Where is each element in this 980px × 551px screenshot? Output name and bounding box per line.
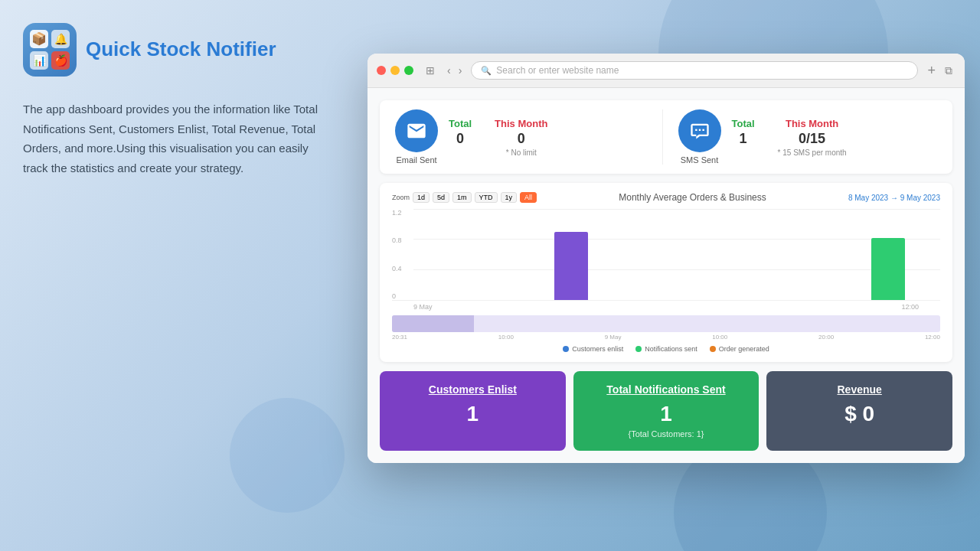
new-tab-button[interactable]: +	[924, 62, 939, 79]
email-sent-label: Email Sent	[396, 155, 436, 165]
mini-x-labels: 20:31 10:00 9 May 10:00 20:00 12:00	[392, 332, 940, 342]
customers-enlist-title: Customers Enlist	[392, 383, 554, 396]
bar-green-14	[871, 238, 905, 300]
x-label-may9: 9 May	[413, 303, 433, 311]
back-button[interactable]: ‹	[444, 64, 454, 77]
forward-button[interactable]: ›	[456, 64, 466, 77]
zoom-5d[interactable]: 5d	[433, 192, 449, 203]
sms-total-group: Total 1	[732, 118, 755, 157]
total-notifications-card: Total Notifications Sent 1 {Total Custom…	[573, 371, 760, 451]
stats-row: Email Sent Total 0 This Month 0 * No lim…	[380, 100, 952, 174]
chart-area: 1.2 0.8 0.4 0	[392, 209, 940, 301]
email-month-group: This Month 0 * No limit	[495, 118, 547, 157]
bar-purple-5	[554, 232, 588, 300]
sms-sent-label: SMS Sent	[681, 155, 719, 165]
svg-text:📦: 📦	[31, 31, 47, 46]
svg-rect-8	[695, 129, 697, 131]
bar-group-9	[695, 209, 729, 300]
email-total-label: Total	[449, 118, 472, 129]
sms-total-label: Total	[732, 118, 755, 129]
chart-title: Monthly Average Orders & Business	[537, 192, 848, 203]
mini-chart[interactable]	[392, 315, 940, 332]
chart-x-labels: 9 May 12:00	[392, 301, 940, 311]
bottom-cards: Customers Enlist 1 Total Notifications S…	[380, 371, 952, 451]
bar-group-2	[449, 209, 482, 300]
svg-text:📊: 📊	[33, 54, 47, 67]
bar-group-4	[519, 209, 553, 300]
address-bar[interactable]: 🔍 Search or enter website name	[471, 61, 918, 80]
chart-section: Zoom 1d 5d 1m YTD 1y All Monthly Average…	[380, 183, 952, 362]
email-month-label: This Month	[495, 118, 547, 129]
total-notifications-value: 1	[586, 402, 747, 426]
zoom-1d[interactable]: 1d	[413, 192, 430, 203]
bar-group-15	[906, 209, 940, 300]
bar-group-8	[660, 209, 694, 300]
chart-date-range: 8 May 2023 → 9 May 2023	[848, 194, 940, 202]
legend-orders: Order generated	[710, 345, 769, 353]
bar-group-13	[836, 209, 870, 300]
legend-orders-label: Order generated	[719, 345, 769, 353]
email-stat-numbers: Total 0 This Month 0 * No limit	[449, 118, 547, 157]
app-description: The app dashboard provides you the infor…	[23, 99, 329, 178]
chart-header: Zoom 1d 5d 1m YTD 1y All Monthly Average…	[392, 192, 940, 203]
email-month-value: 0	[518, 131, 525, 147]
svg-text:🍎: 🍎	[54, 54, 68, 67]
zoom-controls: Zoom 1d 5d 1m YTD 1y All	[392, 192, 537, 203]
maximize-button[interactable]	[404, 66, 413, 75]
revenue-title: Revenue	[779, 383, 940, 396]
bar-group-10	[730, 209, 764, 300]
chart-y-labels: 1.2 0.8 0.4 0	[392, 209, 413, 300]
sms-stat-card: SMS Sent Total 1 This Month 0/15 * 15 SM…	[662, 109, 938, 165]
bar-group-12	[801, 209, 835, 300]
legend-notifications-label: Notifications sent	[645, 345, 697, 353]
browser-actions: + ⧉	[924, 62, 956, 79]
address-placeholder: Search or enter website name	[496, 65, 619, 76]
svg-rect-10	[702, 129, 704, 131]
email-total-value: 0	[456, 131, 464, 147]
search-icon: 🔍	[481, 66, 492, 76]
app-header: 📦 🔔 📊 🍎 Quick Stock Notifier	[23, 23, 329, 77]
zoom-1m[interactable]: 1m	[452, 192, 472, 203]
left-panel: 📦 🔔 📊 🍎 Quick Stock Notifier The app das…	[23, 23, 329, 178]
sms-icon-circle	[678, 109, 721, 152]
legend-customers: Customers enlist	[563, 345, 623, 353]
bar-group-3	[484, 209, 518, 300]
x-label-1200: 12:00	[901, 303, 919, 311]
sidebar-toggle-button[interactable]: ⊞	[423, 64, 438, 77]
sms-note: * 15 SMS per month	[778, 148, 847, 157]
minimize-button[interactable]	[390, 66, 400, 75]
browser-chrome: ⊞ ‹ › 🔍 Search or enter website name + ⧉	[368, 54, 965, 88]
browser-nav: ‹ ›	[444, 64, 465, 77]
traffic-lights	[377, 66, 413, 75]
zoom-label: Zoom	[392, 194, 410, 201]
svg-text:🔔: 🔔	[54, 33, 68, 46]
revenue-card: Revenue $ 0	[766, 371, 952, 451]
app-title: Quick Stock Notifier	[86, 37, 276, 61]
bar-group-1	[413, 209, 447, 300]
bar-group-6	[590, 209, 623, 300]
sms-total-value: 1	[740, 131, 747, 147]
legend-dot-orange	[710, 346, 716, 352]
sms-month-label: This Month	[786, 118, 838, 129]
chart-legend: Customers enlist Notifications sent Orde…	[392, 345, 940, 353]
sms-icon-wrap: SMS Sent	[678, 109, 721, 165]
close-button[interactable]	[377, 66, 386, 75]
total-notifications-subtitle: {Total Customers: 1}	[586, 429, 747, 439]
total-notifications-title: Total Notifications Sent	[586, 383, 747, 396]
customers-enlist-card: Customers Enlist 1	[380, 371, 566, 451]
sms-month-group: This Month 0/15 * 15 SMS per month	[778, 118, 847, 157]
mini-chart-fill	[392, 315, 474, 332]
email-total-group: Total 0	[449, 118, 472, 157]
zoom-ytd[interactable]: YTD	[475, 192, 498, 203]
browser-window: ⊞ ‹ › 🔍 Search or enter website name + ⧉	[368, 54, 965, 463]
tabs-view-button[interactable]: ⧉	[942, 62, 956, 79]
chart-bars-area	[413, 209, 940, 300]
legend-dot-blue	[563, 346, 569, 352]
revenue-value: $ 0	[779, 402, 940, 426]
bar-group-7	[625, 209, 658, 300]
bar-group-5	[554, 209, 588, 300]
email-icon-circle	[395, 109, 438, 152]
dashboard: Email Sent Total 0 This Month 0 * No lim…	[368, 88, 965, 463]
zoom-1y[interactable]: 1y	[501, 192, 518, 203]
zoom-all[interactable]: All	[520, 192, 537, 203]
